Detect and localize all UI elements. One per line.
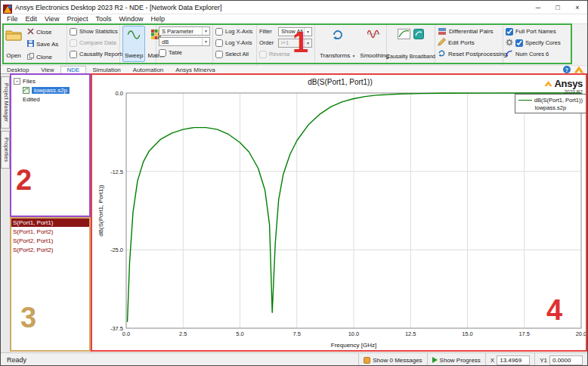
specify-cores-checkbox[interactable]: Specify Cores <box>506 37 571 48</box>
tree-node-files[interactable]: − Files <box>11 76 91 85</box>
tab-automation[interactable]: Automation <box>127 66 169 73</box>
project-tree-panel: − Files lowpass.s2p Edited <box>11 74 91 216</box>
chart-title: dB(S(Port1, Port1)) <box>91 78 588 86</box>
compare-data-checkbox[interactable]: Compare Data <box>70 37 117 48</box>
tab-nde[interactable]: NDE <box>60 66 87 73</box>
order-value: i+1 <box>281 39 289 46</box>
menu-item-help[interactable]: Help <box>147 15 169 23</box>
chevron-down-icon: ▼ <box>304 39 311 47</box>
chevron-down-icon: ▼ <box>202 38 209 45</box>
ribbon-group-ports: Differential Pairs Edit Ports Reset Post… <box>435 24 503 65</box>
transforms-button[interactable]: Transforms ▼ <box>317 26 357 62</box>
legend-line-sample <box>518 100 532 101</box>
window-title: Ansys Electronics Desktop 2023 R2 - NDE … <box>15 4 222 11</box>
cursor-y-readout: Y1 0.0000 <box>534 353 587 366</box>
open-label: Open <box>6 52 21 59</box>
tree-node-lowpass[interactable]: lowpass.s2p <box>11 85 91 95</box>
y1-label: Y1 <box>540 357 547 364</box>
clone-label: Clone <box>36 54 52 60</box>
parameter-row-s21[interactable]: S(Port2, Port1) <box>11 236 91 245</box>
log-y-axis-checkbox[interactable]: Log Y-Axis <box>215 37 254 48</box>
num-cores-control[interactable]: Num Cores 6 <box>506 48 571 60</box>
full-port-names-checkbox[interactable]: Full Port Names <box>506 26 571 37</box>
progress-icon <box>432 357 438 363</box>
svg-text:15.0: 15.0 <box>462 330 473 337</box>
select-all-checkbox[interactable]: Select All <box>215 48 254 60</box>
chart-legend: dB(S(Port1, Port1)) lowpass.s2p <box>515 94 587 113</box>
sweep-button[interactable]: Sweep <box>122 26 145 62</box>
plot-area[interactable]: 0.02.55.07.510.012.515.017.520.00.0-12.5… <box>91 74 588 352</box>
db-select[interactable]: dB ▼ <box>159 37 210 46</box>
show-messages-label: Show 0 Messages <box>373 357 422 364</box>
tab-simulation[interactable]: Simulation <box>86 66 126 73</box>
open-folder-icon <box>5 29 22 44</box>
filter-label: Filter <box>259 28 276 35</box>
ribbon-group-processing: Transforms ▼ Smoothing <box>315 24 387 65</box>
status-ready: Ready <box>1 356 32 364</box>
maximize-icon[interactable]: □ <box>548 1 568 14</box>
tab-properties[interactable]: Properties <box>1 131 10 169</box>
show-statistics-checkbox[interactable]: Show Statistics <box>70 26 117 37</box>
clone-button[interactable]: Clone <box>27 51 58 63</box>
svg-text:12.5: 12.5 <box>405 330 416 337</box>
parameter-row-s12[interactable]: S(Port1, Port2) <box>11 227 91 236</box>
menu-item-edit[interactable]: Edit <box>22 15 42 23</box>
filter-select[interactable]: Show All ▼ <box>278 27 312 36</box>
causality-reports-checkbox[interactable]: Causality Reports <box>70 48 117 60</box>
minimize-icon[interactable]: ─ <box>528 1 548 14</box>
close-file-button[interactable]: Close <box>27 26 58 38</box>
show-messages-button[interactable]: Show 0 Messages <box>358 353 426 366</box>
x-axis-label: Frequency [GHz] <box>126 342 581 349</box>
log-y-label: Log Y-Axis <box>225 39 252 46</box>
order-select[interactable]: i+1 ▼ <box>278 39 312 48</box>
clone-icon <box>27 53 34 61</box>
parameter-row-s11[interactable]: S(Port1, Port1) <box>11 218 91 227</box>
menu-item-tools[interactable]: Tools <box>91 15 115 23</box>
close-icon[interactable]: × <box>568 1 587 14</box>
s-parameter-select[interactable]: S Parameter ▼ <box>159 26 210 36</box>
parameter-row-s22[interactable]: S(Port2, Port2) <box>11 245 91 254</box>
edit-ports-button[interactable]: Edit Ports <box>438 37 500 48</box>
open-button[interactable]: Open <box>3 26 24 62</box>
menu-item-project[interactable]: Project <box>63 15 91 23</box>
smoothing-label: Smoothing <box>360 52 388 59</box>
show-progress-button[interactable]: Show Progress <box>427 353 485 366</box>
differential-pairs-button[interactable]: Differential Pairs <box>438 26 500 37</box>
messages-icon <box>364 357 370 364</box>
ansys-logo: Ansys 2023 R2 <box>544 76 583 95</box>
ribbon-group-file-ops: Open Close Save As Clone <box>1 24 67 65</box>
tab-view[interactable]: View <box>35 66 60 73</box>
help-icon[interactable]: ? <box>563 66 571 73</box>
reset-postprocessing-button[interactable]: Reset Postprocessing <box>438 48 500 60</box>
ansys-mark-icon <box>544 76 552 90</box>
tab-desktop[interactable]: Desktop <box>1 66 35 73</box>
causality-broadband-button[interactable]: Causality Broadband <box>389 26 432 62</box>
s2p-file-icon <box>23 87 29 94</box>
menu-item-file[interactable]: File <box>3 15 22 23</box>
log-x-label: Log X-Axis <box>225 28 252 35</box>
tree-node-edited[interactable]: Edited <box>11 95 91 104</box>
left-tab-strip: Project Manager Properties <box>1 74 11 352</box>
log-x-axis-checkbox[interactable]: Log X-Axis <box>215 26 254 37</box>
reverse-checkbox[interactable]: Reverse <box>259 48 312 60</box>
svg-text:17.5: 17.5 <box>518 330 530 337</box>
tree-lowpass-label: lowpass.s2p <box>32 87 70 94</box>
menu-item-window[interactable]: Window <box>115 15 147 23</box>
chevron-down-icon: ▼ <box>304 28 311 36</box>
menu-item-view[interactable]: View <box>41 15 63 23</box>
differential-pairs-icon <box>438 27 447 36</box>
table-checkbox[interactable]: Table <box>159 47 210 58</box>
select-all-label: Select All <box>225 51 249 57</box>
tree-expander-icon[interactable]: − <box>14 78 20 85</box>
save-icon <box>27 40 34 48</box>
show-statistics-label: Show Statistics <box>79 28 118 35</box>
save-as-button[interactable]: Save As <box>27 39 58 50</box>
causality-curve-icon <box>398 29 410 42</box>
x-label: X <box>491 357 494 364</box>
specify-cores-label: Specify Cores <box>525 39 561 46</box>
tree-edited-label: Edited <box>23 96 40 103</box>
tab-project-manager[interactable]: Project Manager <box>1 76 10 129</box>
num-cores-label: Num Cores 6 <box>515 51 549 57</box>
tab-ansys-minerva[interactable]: Ansys Minerva <box>169 66 221 73</box>
order-label: Order <box>259 39 276 46</box>
